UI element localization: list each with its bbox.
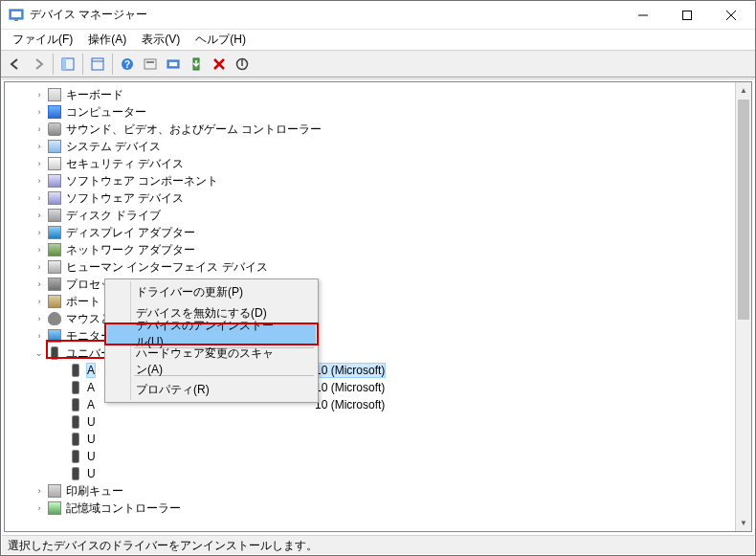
- menu-file[interactable]: ファイル(F): [5, 30, 80, 50]
- vertical-scrollbar[interactable]: ▲ ▼: [735, 82, 751, 531]
- tree-device-label: U: [87, 433, 96, 446]
- usb-device-icon: [68, 380, 83, 395]
- expand-icon[interactable]: ›: [33, 158, 45, 169]
- minimize-button[interactable]: [621, 1, 665, 29]
- show-hide-tree-button[interactable]: [57, 54, 78, 75]
- expand-icon[interactable]: ›: [33, 330, 45, 342]
- tree-category[interactable]: ›ソフトウェア デバイス: [5, 189, 751, 207]
- tree-device-label: A: [87, 364, 95, 377]
- expand-icon[interactable]: ›: [33, 210, 45, 221]
- menubar: ファイル(F) 操作(A) 表示(V) ヘルプ(H): [1, 30, 755, 51]
- expand-icon[interactable]: ›: [33, 296, 45, 307]
- svg-text:?: ?: [124, 59, 130, 70]
- usb-device-icon: [68, 449, 83, 464]
- svg-rect-1: [11, 11, 21, 17]
- device-category-icon: [47, 259, 62, 275]
- tree-category[interactable]: ›キーボード: [5, 86, 751, 103]
- device-category-icon: [47, 311, 62, 326]
- tree-category-label: サウンド、ビデオ、およびゲーム コントローラー: [66, 122, 322, 138]
- forward-button[interactable]: [28, 54, 49, 75]
- scan-hardware-button[interactable]: [163, 54, 184, 75]
- expand-icon[interactable]: ›: [33, 141, 45, 152]
- maximize-button[interactable]: [665, 1, 709, 29]
- expand-icon[interactable]: ›: [33, 175, 45, 187]
- help-button[interactable]: ?: [117, 54, 138, 75]
- app-icon: [9, 8, 24, 23]
- expand-icon[interactable]: ›: [33, 244, 45, 256]
- tree-category[interactable]: ›記憶域コントローラー: [5, 500, 751, 517]
- expand-icon[interactable]: ›: [33, 485, 45, 497]
- back-button[interactable]: [5, 54, 26, 75]
- svg-rect-2: [14, 19, 18, 21]
- tree-device[interactable]: U: [5, 465, 751, 482]
- disable-button[interactable]: [232, 54, 253, 75]
- tree-category[interactable]: ›印刷キュー: [5, 482, 751, 500]
- context-menu: ドライバーの更新(P)デバイスを無効にする(D)デバイスのアンインストール(U)…: [104, 278, 319, 403]
- tree-device-label-suffix: 10 (Microsoft): [315, 381, 385, 394]
- context-menu-item[interactable]: ハードウェア変更のスキャン(A): [107, 351, 316, 372]
- properties-button[interactable]: [87, 54, 108, 75]
- device-category-icon: [47, 208, 62, 223]
- action-button[interactable]: [140, 54, 161, 75]
- expand-icon[interactable]: ›: [33, 227, 45, 238]
- tree-device[interactable]: U: [5, 448, 751, 465]
- context-menu-item[interactable]: ドライバーの更新(P): [107, 281, 316, 302]
- tree-category[interactable]: ›セキュリティ デバイス: [5, 155, 751, 172]
- expand-icon[interactable]: ›: [33, 106, 45, 118]
- toolbar: ?: [1, 51, 755, 78]
- device-category-icon: [47, 483, 62, 499]
- svg-rect-16: [169, 62, 177, 66]
- window-controls: [621, 1, 753, 29]
- uninstall-button[interactable]: [209, 54, 230, 75]
- update-driver-button[interactable]: [186, 54, 207, 75]
- tree-category[interactable]: ›コンピューター: [5, 103, 751, 121]
- device-category-icon: [47, 277, 62, 292]
- tree-category[interactable]: ›システム デバイス: [5, 138, 751, 155]
- tree-category-label: コンピューター: [66, 104, 146, 121]
- device-category-icon: [47, 190, 62, 206]
- tree-category[interactable]: ›サウンド、ビデオ、およびゲーム コントローラー: [5, 121, 751, 138]
- context-menu-item[interactable]: プロパティ(R): [107, 379, 316, 400]
- status-text: 選択したデバイスのドライバーをアンインストールします。: [8, 539, 318, 552]
- titlebar: デバイス マネージャー: [1, 1, 755, 30]
- scroll-up-arrow[interactable]: ▲: [736, 82, 751, 99]
- expand-icon[interactable]: ›: [33, 123, 45, 135]
- menu-view[interactable]: 表示(V): [134, 30, 188, 50]
- expand-icon[interactable]: ›: [33, 278, 45, 290]
- device-category-icon: [47, 122, 62, 137]
- device-category-icon: [47, 87, 62, 102]
- tree-category[interactable]: ›ディスプレイ アダプター: [5, 224, 751, 241]
- usb-device-icon: [68, 363, 83, 378]
- tree-device[interactable]: U: [5, 413, 751, 431]
- tree-device-label-suffix: 10 (Microsoft): [315, 364, 385, 377]
- device-category-icon: [47, 139, 62, 154]
- scroll-thumb[interactable]: [738, 100, 749, 320]
- context-menu-item[interactable]: デバイスのアンインストール(U): [107, 323, 316, 345]
- tree-category[interactable]: ›ソフトウェア コンポーネント: [5, 172, 751, 189]
- menu-action[interactable]: 操作(A): [80, 30, 134, 50]
- device-category-icon: [47, 294, 62, 309]
- tree-category[interactable]: ›ネットワーク アダプター: [5, 241, 751, 258]
- close-button[interactable]: [709, 1, 753, 29]
- device-category-icon: [47, 156, 62, 171]
- toolbar-separator: [82, 54, 83, 75]
- scroll-down-arrow[interactable]: ▼: [736, 515, 751, 531]
- menu-help[interactable]: ヘルプ(H): [188, 30, 254, 50]
- tree-category-label: ネットワーク アダプター: [66, 242, 195, 258]
- tree-category[interactable]: ›ディスク ドライブ: [5, 207, 751, 224]
- expand-icon[interactable]: ›: [33, 313, 45, 324]
- tree-device-label: U: [87, 450, 96, 463]
- tree-category[interactable]: ›ヒューマン インターフェイス デバイス: [5, 258, 751, 276]
- tree-device[interactable]: U: [5, 431, 751, 448]
- context-menu-label: ドライバーの更新(P): [136, 284, 243, 300]
- window-title: デバイス マネージャー: [30, 7, 621, 23]
- expand-icon[interactable]: ›: [33, 192, 45, 204]
- expand-icon[interactable]: ›: [33, 89, 45, 100]
- svg-rect-8: [62, 58, 66, 70]
- tree-device-label-suffix: 10 (Microsoft): [315, 398, 385, 411]
- expand-icon[interactable]: ›: [33, 502, 45, 514]
- svg-rect-13: [145, 59, 156, 69]
- tree-device-label: U: [87, 415, 96, 429]
- expand-icon[interactable]: ›: [33, 261, 45, 273]
- collapse-icon[interactable]: ⌄: [33, 347, 45, 359]
